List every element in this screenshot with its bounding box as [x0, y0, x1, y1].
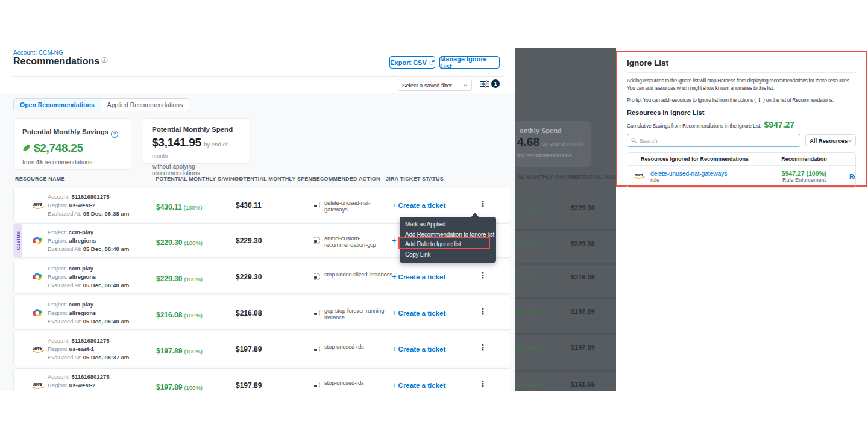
col-resources-ignored: Resources Ignored for Recommendations — [627, 156, 759, 162]
export-csv-button[interactable]: Export CSV — [389, 56, 435, 69]
cumulative-savings: Cumulative Savings from Recommendations … — [627, 120, 856, 129]
gcp-icon — [32, 308, 42, 319]
create-ticket-link[interactable]: +Create a ticket — [392, 344, 445, 353]
dimmed-card-amount: 4.68by end of month — [517, 135, 583, 149]
info-icon[interactable]: ⓘ — [101, 57, 107, 63]
custom-tag: CUSTOM — [14, 224, 22, 257]
aws-icon: aws — [634, 171, 646, 182]
recommended-action: delete-unused-nat-gateways — [324, 199, 393, 213]
ignored-recommendation-type: Rule Enforcement — [759, 177, 849, 183]
dimmed-recommendations-page: onthly Spend 4.68by end of month ing rec… — [515, 48, 616, 391]
dimmed-card-sub: ing recommendations — [517, 152, 572, 158]
aws-icon: aws — [32, 201, 45, 212]
spend-amount: $3,141.95 — [152, 136, 201, 149]
help-icon[interactable]: ? — [111, 131, 118, 138]
panel-divider — [627, 72, 856, 73]
ignore-list-search[interactable] — [627, 134, 800, 147]
create-ticket-link[interactable]: +Create a ticket — [392, 201, 445, 210]
svg-text:aws: aws — [33, 346, 43, 351]
chevron-down-icon — [848, 139, 852, 142]
svg-text:aws: aws — [33, 202, 43, 207]
menu-item-add-rule-to-ignore-list[interactable]: Add Rule to Ignore list — [400, 240, 496, 250]
recommendations-page: Account: CCM-NG Recommendationsⓘ Export … — [0, 48, 515, 391]
ignore-list-protip: Pro tip: You can add resources to Ignore… — [627, 96, 856, 104]
resources-in-ignore-list-title: Resources in Ignore List — [627, 109, 856, 116]
menu-item-copy-link[interactable]: Copy Link — [400, 250, 496, 260]
rule-icon — [313, 273, 320, 280]
filter-count-badge: 1 — [491, 79, 500, 88]
dimmed-col-spend: POTENTIAL MONTHL — [571, 174, 616, 180]
col-resource-name: RESOURCE NAME — [15, 176, 65, 182]
row-options-button[interactable]: ⋮ — [479, 379, 487, 388]
rule-icon — [313, 382, 320, 388]
ignored-rule-type: rule — [650, 177, 727, 183]
ignored-rule-link[interactable]: delete-unused-nat-gateways — [650, 170, 727, 177]
ignore-list-description-line2: You can add resources which might show k… — [627, 84, 856, 92]
table-row[interactable]: Project: ccm-playRegion: allregionsEvalu… — [13, 260, 511, 294]
menu-item-mark-as-applied[interactable]: Mark as Applied — [400, 220, 496, 230]
row-options-button[interactable]: ⋮ — [479, 306, 487, 316]
rule-icon — [313, 346, 320, 352]
create-ticket-link[interactable]: +Create a ticket — [392, 308, 445, 317]
table-row[interactable]: Project: ccm-playRegion: allregionsEvalu… — [13, 296, 511, 330]
filter-icon — [480, 80, 490, 88]
dimmed-card-title: onthly Spend — [520, 127, 562, 134]
rule-icon — [313, 202, 320, 208]
search-icon — [631, 137, 637, 143]
chevron-down-icon — [463, 84, 468, 87]
rule-icon — [313, 310, 320, 316]
gcp-icon — [32, 272, 42, 283]
col-jira-ticket-status: JIRA TICKET STATUS — [386, 176, 444, 182]
aws-icon: aws — [32, 344, 45, 356]
col-recommendation: Recommendation — [759, 156, 849, 162]
external-link-icon — [429, 60, 435, 65]
create-ticket-link[interactable]: +Create a ticket — [392, 272, 445, 281]
tab-applied-recommendations[interactable]: Applied Recommendations — [101, 99, 189, 111]
page-title: Recommendationsⓘ — [13, 56, 107, 67]
cumulative-savings-value: $947.27 — [764, 120, 794, 129]
remove-button[interactable]: Remove — [849, 173, 856, 180]
saved-filter-select[interactable]: Select a saved filter — [398, 79, 472, 91]
table-row[interactable]: aws Account: 511616801275Region: us-west… — [13, 368, 511, 391]
recommended-action: stop-unused-rds — [324, 343, 393, 350]
ignore-list-row: aws delete-unused-nat-gatewaysrule $947.… — [627, 166, 855, 187]
col-potential-savings: POTENTIAL MONTHLY SAVINGS — [156, 176, 242, 182]
col-potential-spend: POTENTIAL MONTHLY SPEND — [235, 176, 316, 182]
potential-monthly-spend-card: Potential Monthly Spend $3,141.95 by end… — [143, 118, 250, 164]
header-divider — [13, 76, 505, 77]
row-context-menu: Mark as Applied Add Recommendation to Ig… — [400, 217, 496, 263]
col-recommended-action: RECOMMENDED ACTION — [312, 176, 380, 182]
recommended-action: gcp-stop-forever-running-instance — [324, 307, 393, 320]
svg-text:aws: aws — [635, 172, 643, 178]
rule-icon — [313, 237, 320, 244]
ignored-savings: $947.27 (100%) — [759, 170, 849, 177]
table-row[interactable]: aws Account: 511616801275Region: us-east… — [13, 332, 511, 366]
ignore-list-title: Ignore List — [627, 58, 856, 67]
recommendations-tabs: Open Recommendations Applied Recommendat… — [13, 98, 189, 111]
savings-amount: $2,748.25 — [34, 142, 83, 155]
aws-icon: aws — [32, 381, 45, 391]
filter-button[interactable]: 1 — [480, 79, 500, 90]
recommended-action: stop-unused-rds — [324, 379, 393, 386]
resource-type-select[interactable]: All Resources — [805, 134, 856, 146]
breadcrumb[interactable]: Account: CCM-NG — [13, 49, 63, 56]
leaf-icon — [22, 144, 31, 152]
menu-item-add-recommendation-to-ignore-list[interactable]: Add Recommendation to Ignore list — [400, 230, 496, 240]
ignore-list-panel: Ignore List Adding resources to the Igno… — [616, 51, 867, 187]
search-input[interactable] — [640, 137, 797, 144]
ignore-list-description-line1: Adding resources to the Ignore list will… — [627, 77, 856, 84]
potential-monthly-savings-card: Potential Monthly Savings? $2,748.25 fro… — [13, 118, 131, 170]
manage-ignore-list-button[interactable]: Manage Ignore List — [439, 56, 500, 69]
row-options-button[interactable]: ⋮ — [479, 199, 487, 208]
gcp-icon — [32, 236, 42, 247]
tab-open-recommendations[interactable]: Open Recommendations — [14, 99, 101, 111]
create-ticket-link[interactable]: +Create a ticket — [392, 381, 445, 390]
options-dots-icon: ⋮ — [757, 97, 762, 103]
row-options-button[interactable]: ⋮ — [479, 270, 487, 280]
recommended-action: stop-underutilized-instances — [324, 271, 393, 278]
row-options-button[interactable]: ⋮ — [479, 343, 487, 352]
recommended-action: anmol-custom-recommendation-gcp — [324, 235, 393, 248]
ignore-list-table: Resources Ignored for Recommendations Re… — [627, 152, 856, 188]
svg-text:aws: aws — [33, 382, 43, 387]
